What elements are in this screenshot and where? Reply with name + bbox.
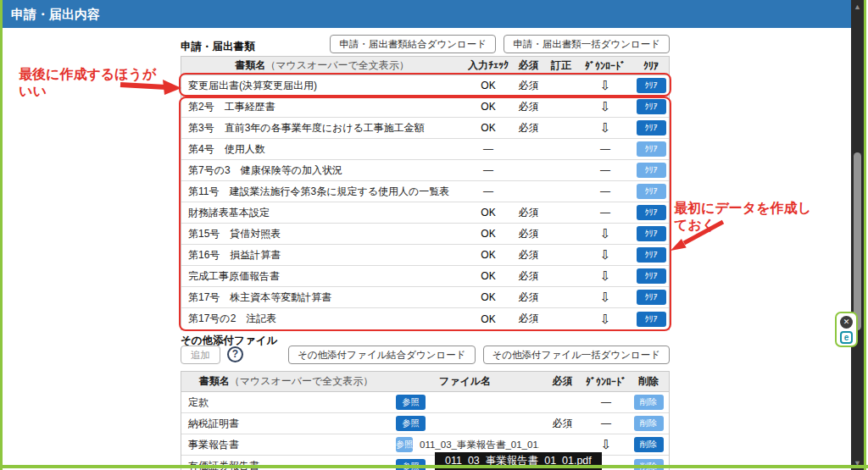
doc-name: 第4号 使用人数 (181, 142, 463, 157)
vertical-scrollbar[interactable]: ▲ ▼ (851, 0, 864, 470)
required-badge: 必須 (514, 79, 543, 93)
download-icon[interactable]: ⇩ (600, 312, 611, 326)
col-doc-name: 書類名（マウスオーバーで全文表示） (181, 58, 463, 73)
clear-button[interactable]: ｸﾘｱ (637, 312, 666, 327)
selection-border-bottom (0, 465, 868, 468)
clear-button[interactable]: ｸﾘｱ (637, 163, 666, 178)
clear-button[interactable]: ｸﾘｱ (637, 184, 666, 199)
required-badge: 必須 (514, 206, 543, 220)
doc-name: 財務諸表基本設定 (181, 206, 463, 220)
clear-button[interactable]: ｸﾘｱ (637, 78, 666, 93)
selection-border-right (864, 0, 866, 470)
input-check-status: OK (463, 291, 514, 303)
attachments-table-header: 書類名（マウスオーバーで全文表示） ファイル名 必須 ﾀﾞｳﾝﾛｰﾄﾞ 削除 (181, 372, 669, 392)
table-row: 第17号の2 注記表 OK 必須 ⇩ ｸﾘｱ (181, 308, 669, 329)
required-badge: 必須 (514, 100, 543, 114)
attachments-bulk-download-button[interactable]: その他添付ファイル一括ダウンロード (483, 346, 670, 364)
clear-button[interactable]: ｸﾘｱ (637, 247, 666, 263)
col-doc-name: 書類名（マウスオーバーで全文表示） (181, 374, 391, 389)
doc-name: 第7号の3 健康保険等の加入状況 (181, 163, 463, 178)
download-icon[interactable]: ⇩ (600, 248, 611, 262)
col-clear: ｸﾘｱ (632, 60, 670, 72)
download-icon[interactable]: ⇩ (601, 438, 612, 451)
col-required: 必須 (539, 374, 586, 389)
doc-name: 完成工事原価報告書 (181, 269, 463, 284)
table-row: 第17号 株主資本等変動計算書 OK 必須 ⇩ ｸﾘｱ (181, 287, 669, 308)
col-file-name: ファイル名 (391, 374, 539, 389)
table-row: 財務諸表基本設定 OK 必須 — ｸﾘｱ (181, 202, 669, 224)
doc-name: 第15号 貸借対照表 (181, 227, 463, 241)
download-unavailable: — (586, 396, 626, 408)
scrollbar-thumb[interactable] (854, 152, 861, 330)
scroll-up-icon[interactable]: ▲ (851, 1, 864, 13)
docs-bulk-download-button[interactable]: 申請・届出書類一括ダウンロード (504, 35, 670, 53)
required-badge: 必須 (514, 227, 543, 241)
browse-button[interactable]: 参照 (396, 395, 426, 410)
col-download: ﾀﾞｳﾝﾛｰﾄﾞ (579, 60, 632, 72)
annotation-left: 最後に作成するほうがいい (19, 66, 188, 100)
download-unavailable: — (579, 143, 632, 155)
required-badge: 必須 (514, 269, 543, 284)
clear-button[interactable]: ｸﾘｱ (637, 120, 666, 135)
table-row: 第7号の3 健康保険等の加入状況 — — ｸﾘｱ (181, 160, 669, 181)
input-check-status: OK (463, 228, 514, 240)
clear-button[interactable]: ｸﾘｱ (637, 205, 666, 220)
input-check-status: — (463, 143, 514, 155)
annotation-right: 最初にデータを作成しておく (674, 200, 852, 234)
attachments-merge-download-button[interactable]: その他添付ファイル結合ダウンロード (288, 346, 475, 364)
browse-button[interactable]: 参照 (396, 416, 426, 431)
delete-button[interactable]: 削除 (634, 437, 664, 452)
table-row: 第2号 工事経歴書 OK 必須 ⇩ ｸﾘｱ (181, 97, 669, 118)
required-badge: 必須 (514, 248, 543, 263)
table-row: 第4号 使用人数 — — ｸﾘｱ (181, 139, 669, 160)
extension-logo-icon[interactable]: e (840, 331, 853, 344)
download-icon[interactable]: ⇩ (600, 79, 611, 92)
doc-name: 第17号 株主資本等変動計算書 (181, 290, 463, 305)
download-icon[interactable]: ⇩ (600, 290, 611, 304)
download-icon[interactable]: ⇩ (600, 227, 611, 241)
clear-button[interactable]: ｸﾘｱ (637, 268, 666, 284)
col-required: 必須 (514, 58, 543, 73)
doc-name: 変更届出書(決算変更届出用) (181, 79, 463, 93)
table-row: 定款 参照 — 削除 (181, 392, 669, 413)
page: 申請・届出内容 申請・届出書類 申請・届出書類結合ダウンロード 申請・届出書類一… (0, 0, 868, 470)
clear-button[interactable]: ｸﾘｱ (637, 99, 666, 114)
clear-button[interactable]: ｸﾘｱ (637, 226, 666, 241)
download-icon[interactable]: ⇩ (600, 100, 611, 113)
table-row: 第11号 建設業法施行令第3条に規定する使用人の一覧表 — — ｸﾘｱ (181, 181, 669, 202)
download-unavailable: — (586, 417, 626, 429)
doc-name: 第16号 損益計算書 (181, 248, 463, 263)
required-badge: 必須 (514, 121, 543, 135)
attachments-toolbar: その他添付ファイル結合ダウンロード その他添付ファイル一括ダウンロード (181, 346, 670, 364)
page-header: 申請・届出内容 (0, 0, 852, 28)
browse-button[interactable]: 参照 (396, 437, 413, 452)
download-icon[interactable]: ⇩ (600, 269, 611, 283)
col-input-check: 入力ﾁｪｯｸ (463, 58, 514, 73)
annotation-arrow-left (119, 78, 183, 97)
delete-button[interactable]: 削除 (634, 416, 664, 431)
table-row: 変更届出書(決算変更届出用) OK 必須 ⇩ ｸﾘｱ (181, 75, 669, 97)
close-icon[interactable]: ✕ (840, 316, 853, 329)
doc-name: 第11号 建設業法施行令第3条に規定する使用人の一覧表 (181, 185, 463, 199)
col-correction: 訂正 (543, 58, 579, 73)
doc-name: 定款 (181, 395, 391, 410)
docs-table: 書類名（マウスオーバーで全文表示） 入力ﾁｪｯｸ 必須 訂正 ﾀﾞｳﾝﾛｰﾄﾞ … (181, 56, 670, 330)
input-check-status: OK (463, 122, 514, 134)
docs-merge-download-button[interactable]: 申請・届出書類結合ダウンロード (330, 35, 496, 53)
file-name[interactable]: 011_03_事業報告書_01_01.pdf (420, 439, 539, 451)
table-row: 第15号 貸借対照表 OK 必須 ⇩ ｸﾘｱ (181, 224, 669, 245)
clear-button[interactable]: ｸﾘｱ (637, 290, 666, 305)
docs-toolbar: 申請・届出書類結合ダウンロード 申請・届出書類一括ダウンロード (181, 35, 670, 53)
table-row: 第3号 直前3年の各事業年度における工事施工金額 OK 必須 ⇩ ｸﾘｱ (181, 118, 669, 139)
delete-button[interactable]: 削除 (634, 395, 664, 410)
input-check-status: OK (463, 207, 514, 218)
download-unavailable: — (579, 185, 632, 197)
screenshot-extension-widget: ✕ e (835, 312, 858, 347)
table-row: 納税証明書 参照 必須 — 削除 (181, 413, 669, 434)
docs-table-header: 書類名（マウスオーバーで全文表示） 入力ﾁｪｯｸ 必須 訂正 ﾀﾞｳﾝﾛｰﾄﾞ … (181, 57, 669, 75)
table-row: 完成工事原価報告書 OK 必須 ⇩ ｸﾘｱ (181, 266, 669, 287)
annotation-arrow-right (669, 218, 732, 256)
clear-button[interactable]: ｸﾘｱ (637, 141, 666, 157)
download-icon[interactable]: ⇩ (600, 121, 611, 135)
doc-name: 事業報告書 (181, 438, 391, 452)
